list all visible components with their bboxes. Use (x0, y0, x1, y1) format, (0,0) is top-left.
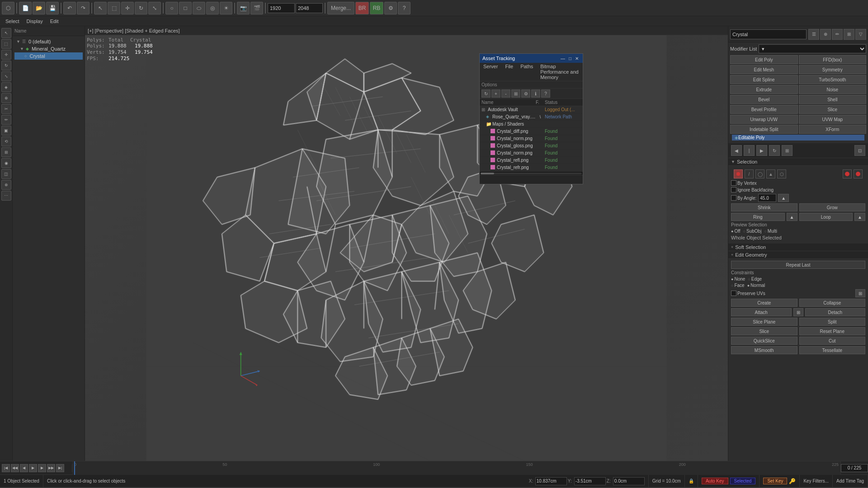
tl-goto-start[interactable]: |◀ (2, 464, 10, 472)
nav-icon-rot[interactable]: ↻ (769, 145, 780, 156)
tree-item-layer[interactable]: ▼ ☰ 0 (default) (14, 38, 83, 45)
create-button[interactable]: Create (731, 299, 797, 307)
cut-button[interactable]: Cut (799, 337, 866, 345)
tree-item-crystal[interactable]: ○ Crystal (14, 52, 83, 60)
sel-border-btn[interactable]: ◯ (755, 169, 764, 178)
asset-row-0[interactable]: ⊞ Autodesk Vault Logged Out (... (480, 106, 583, 113)
scale-icon[interactable]: ⤡ (148, 2, 161, 14)
mod-bevel-profile[interactable]: Bevel Profile (730, 105, 798, 114)
mod-edit-spline[interactable]: Edit Spline (730, 75, 798, 84)
new-file-icon[interactable]: 📄 (19, 2, 32, 14)
sel-edge-btn[interactable]: / (745, 169, 754, 178)
panel-icon-3[interactable]: ✏ (832, 29, 843, 40)
mod-extrude[interactable]: Extrude (730, 85, 798, 94)
asset-row-3[interactable]: Crystal_diff.png Found (480, 128, 583, 135)
sphere-icon[interactable]: ○ (165, 2, 178, 14)
tl-goto-end[interactable]: ▶| (56, 464, 64, 472)
maximize-button[interactable]: □ (567, 56, 573, 61)
panel-icon-1[interactable]: ☰ (808, 29, 819, 40)
quickslice-button[interactable]: QuickSlice (731, 337, 797, 345)
sel-red-dot-1[interactable] (843, 169, 852, 178)
radio-off[interactable]: ● Off (731, 229, 741, 234)
mod-uvw-map[interactable]: UVW Map (799, 115, 867, 124)
nav-icon-extra[interactable]: ⊡ (854, 145, 865, 156)
modifier-dropdown[interactable]: ▾ (759, 44, 866, 53)
left-tool-6[interactable]: ◈ (1, 82, 11, 92)
tessellate-button[interactable]: Tessellate (799, 346, 866, 354)
save-file-icon[interactable]: 💾 (46, 2, 59, 14)
mod-slice[interactable]: Slice (799, 105, 867, 114)
mod-edit-mesh[interactable]: Edit Mesh (730, 65, 798, 74)
settings-icon[interactable]: ⚙ (384, 2, 397, 14)
slice-button[interactable]: Slice (731, 327, 797, 335)
radio-subobj[interactable]: ○ SubObj (743, 229, 762, 234)
mod-ffd-box[interactable]: FFD(box) (799, 55, 867, 64)
set-key-button[interactable]: Set Key (763, 478, 787, 484)
render-icon[interactable]: 🎬 (250, 2, 263, 14)
left-tool-14[interactable]: ◫ (1, 169, 11, 179)
asset-menu-file[interactable]: File (501, 63, 517, 81)
left-tool-9[interactable]: ✏ (1, 115, 11, 125)
left-tool-5[interactable]: ⤡ (1, 71, 11, 81)
tl-prev-frame[interactable]: ◀ (20, 464, 28, 472)
z-field[interactable] (613, 477, 645, 485)
x-field[interactable] (535, 477, 567, 485)
tl-prev-key[interactable]: ◀◀ (11, 464, 19, 472)
add-time-tag-section[interactable]: Add Time Tag (833, 475, 868, 487)
mod-unwrap-uvw[interactable]: Unwrap UVW (730, 115, 798, 124)
undo-icon[interactable]: ↶ (63, 2, 76, 14)
tl-play[interactable]: ▶ (29, 464, 37, 472)
preserve-uvs-checkbox[interactable]: Preserve UVs (731, 291, 765, 296)
asset-info-btn[interactable]: ℹ (531, 89, 540, 98)
sel-element-btn[interactable]: ⬡ (777, 169, 786, 178)
by-angle-field[interactable] (758, 194, 776, 202)
redo-icon[interactable]: ↷ (77, 2, 90, 14)
tl-next-frame[interactable]: ▶ (38, 464, 46, 472)
msmooth-button[interactable]: MSmooth (731, 346, 797, 354)
resolution-w-field[interactable] (268, 3, 295, 13)
left-tool-16[interactable]: ⋯ (1, 191, 11, 201)
panel-icon-5[interactable]: ▽ (855, 29, 866, 40)
asset-row-2[interactable]: 📁 Maps / Shaders (480, 121, 583, 128)
autokey-button[interactable]: Auto Key (702, 478, 728, 484)
br-button[interactable]: BR (355, 2, 369, 14)
ignore-backfacing-checkbox[interactable]: Ignore Backfacing (731, 187, 774, 192)
minimize-button[interactable]: — (559, 56, 566, 61)
left-tool-12[interactable]: ⊞ (1, 147, 11, 157)
asset-scroll-track[interactable] (481, 173, 582, 174)
asset-menu-bitmap[interactable]: Bitmap Performance and Memory (537, 63, 583, 81)
asset-row-4[interactable]: Crystal_norm.png Found (480, 135, 583, 142)
repeat-last-button[interactable]: Repeat Last (731, 261, 865, 269)
current-frame-field[interactable] (841, 464, 868, 472)
ring-button[interactable]: Ring (731, 213, 785, 221)
mod-shell[interactable]: Shell (799, 95, 867, 104)
box-icon[interactable]: □ (179, 2, 192, 14)
left-tool-select[interactable]: ↖ (1, 28, 11, 38)
attach-button[interactable]: Attach (731, 308, 792, 316)
open-file-icon[interactable]: 📂 (33, 2, 45, 14)
left-tool-15[interactable]: ⊗ (1, 180, 11, 190)
select-region-icon[interactable]: ⬚ (108, 2, 120, 14)
asset-menu-server[interactable]: Server (480, 63, 501, 81)
mod-indetable-split[interactable]: Indetable Split (730, 125, 798, 134)
left-tool-10[interactable]: ▣ (1, 126, 11, 136)
mod-edit-poly[interactable]: Edit Poly (730, 55, 798, 64)
by-vertex-checkbox[interactable]: By Vertex (731, 180, 757, 186)
nav-icon-vert[interactable]: | (744, 145, 755, 156)
left-tool-13[interactable]: ◉ (1, 158, 11, 168)
asset-row-8[interactable]: Crystal_refr.png Found (480, 164, 583, 171)
asset-row-1[interactable]: ◈ Rose_Quartz_vray.max \ Network Path (480, 113, 583, 121)
mod-turbosmooth[interactable]: TurboSmooth (799, 75, 867, 84)
asset-scrollbar[interactable] (480, 171, 583, 175)
left-tool-4[interactable]: ↻ (1, 61, 11, 70)
tree-item-mineral[interactable]: ▼ ◆ Mineral_Quartz (14, 45, 83, 52)
mod-noise[interactable]: Noise (799, 85, 867, 94)
cylinder-icon[interactable]: ⬭ (193, 2, 205, 14)
torus-icon[interactable]: ◎ (206, 2, 219, 14)
sel-face-btn[interactable]: ▲ (766, 169, 775, 178)
shrink-button[interactable]: Shrink (731, 203, 797, 211)
radio-normal[interactable]: ● Normal (747, 283, 765, 288)
left-tool-11[interactable]: ⟲ (1, 136, 11, 146)
mod-bevel[interactable]: Bevel (730, 95, 798, 104)
left-tool-8[interactable]: ✂ (1, 104, 11, 114)
